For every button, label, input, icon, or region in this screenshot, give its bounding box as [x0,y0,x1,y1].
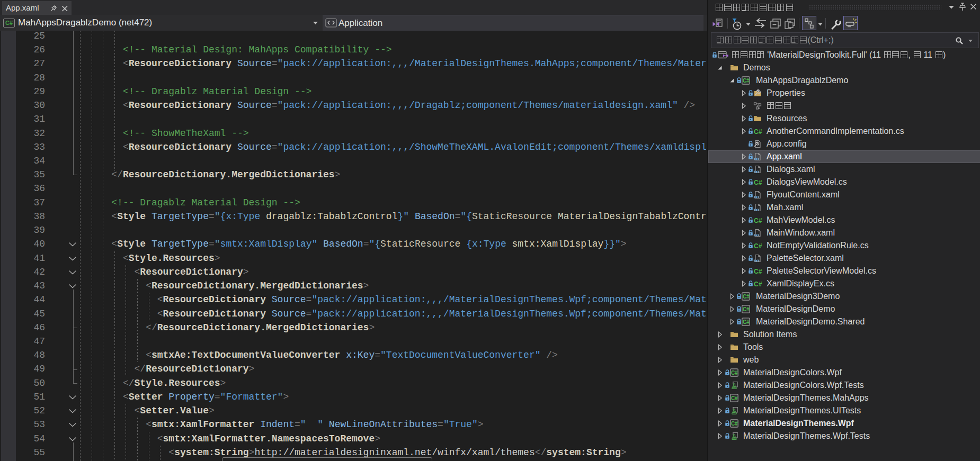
svg-text:C#: C# [731,395,738,401]
svg-text:C#: C# [754,268,762,275]
svg-text:C#: C# [731,370,738,376]
svg-text:C#: C# [743,78,750,84]
svg-text:C#: C# [754,128,762,135]
svg-text:C#: C# [731,421,738,427]
svg-text:C#: C# [754,242,762,250]
svg-text:C#: C# [754,179,762,186]
svg-text:C#: C# [743,306,750,312]
svg-text:C#: C# [743,294,750,300]
svg-text:C#: C# [754,217,762,224]
svg-text:C#: C# [754,281,762,288]
svg-text:C#: C# [743,319,750,325]
